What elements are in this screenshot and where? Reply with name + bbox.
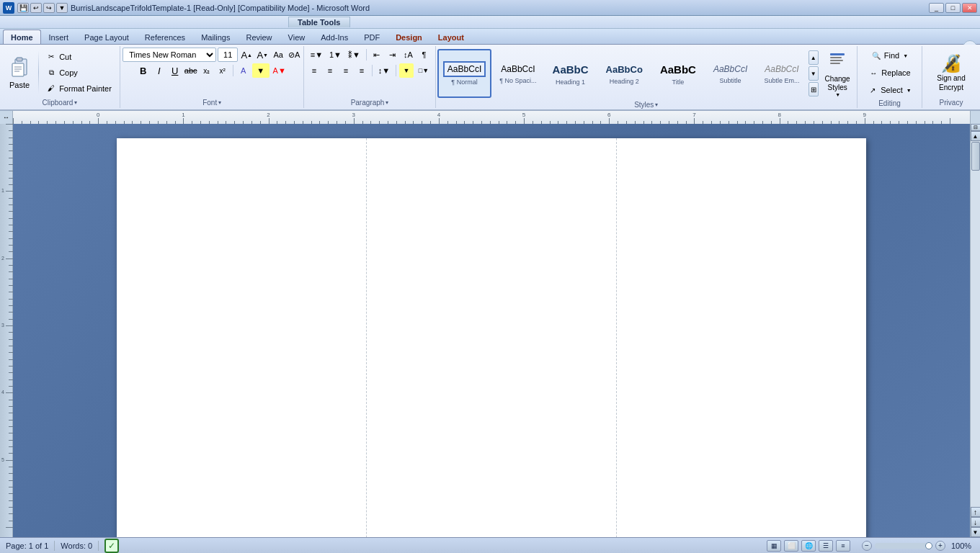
line-spacing-button[interactable]: ↕▼: [375, 63, 393, 78]
tab-layout[interactable]: Layout: [430, 30, 472, 44]
font-name-select[interactable]: Times New Roman: [122, 48, 216, 62]
page-column-1[interactable]: www.heritagechristianc...: [117, 138, 367, 537]
tab-page-layout[interactable]: Page Layout: [76, 30, 137, 44]
format-painter-button[interactable]: 🖌 Format Painter: [43, 81, 115, 96]
paragraph-expand-arrow[interactable]: ▾: [386, 99, 388, 106]
paste-button[interactable]: Paste: [3, 48, 36, 97]
draft-button[interactable]: ≡: [836, 540, 850, 552]
style-nospace-item[interactable]: AaBbCcI ¶ No Spaci...: [493, 49, 543, 98]
tab-mailings[interactable]: Mailings: [193, 30, 238, 44]
web-layout-button[interactable]: 🌐: [801, 540, 816, 552]
table-tools-bar: Table Tools: [0, 16, 980, 29]
tab-pdf[interactable]: PDF: [356, 30, 388, 44]
numbering-button[interactable]: 1▼: [327, 48, 344, 62]
sort-button[interactable]: ↕A: [401, 48, 416, 62]
full-screen-button[interactable]: ⬜: [784, 540, 798, 552]
shading-button[interactable]: ▼: [399, 63, 414, 78]
multilevel-button[interactable]: ⁑▼: [346, 48, 363, 62]
ruler-tick: [81, 121, 82, 124]
align-left-button[interactable]: ≡: [307, 63, 321, 78]
zoom-thumb[interactable]: [925, 542, 932, 549]
undo-quick-btn[interactable]: ↩: [30, 3, 42, 13]
find-button[interactable]: 🔍 Find ▼: [866, 48, 913, 63]
gallery-up-arrow[interactable]: ▲: [808, 50, 819, 65]
proofing-button[interactable]: ✓: [104, 539, 119, 553]
decrease-font-button[interactable]: A▼: [255, 48, 270, 62]
redo-quick-btn[interactable]: ↪: [43, 3, 55, 13]
save-quick-btn[interactable]: 💾: [17, 3, 29, 13]
show-formatting-button[interactable]: ¶: [417, 48, 432, 62]
sign-encrypt-button[interactable]: 🔏 Sign andEncrypt: [930, 48, 971, 97]
bold-button[interactable]: B: [136, 63, 151, 78]
font-label: Font ▾: [123, 97, 301, 107]
zoom-in-button[interactable]: +: [935, 541, 945, 551]
style-heading2-item[interactable]: AaBbCo Heading 2: [598, 49, 651, 98]
subscript-button[interactable]: x₂: [200, 63, 214, 78]
scrollbar-split-button[interactable]: ⊟: [971, 124, 981, 131]
style-subtle-item[interactable]: AaBbCcI Subtle Em...: [757, 49, 806, 98]
ruler-tick: [9, 400, 13, 400]
align-right-button[interactable]: ≡: [339, 63, 353, 78]
ruler-tick: [9, 332, 13, 333]
ruler-tick: [916, 121, 917, 124]
change-styles-button[interactable]: ChangeStyles ▼: [820, 48, 855, 99]
font-expand-arrow[interactable]: ▾: [218, 99, 221, 106]
scroll-prev-page-button[interactable]: ↑: [971, 507, 981, 517]
tab-references[interactable]: References: [137, 30, 193, 44]
maximize-button[interactable]: □: [945, 3, 961, 13]
justify-button[interactable]: ≡: [355, 63, 369, 78]
align-center-button[interactable]: ≡: [323, 63, 337, 78]
replace-button[interactable]: ↔ Replace: [863, 65, 915, 81]
gallery-down-arrow[interactable]: ▼: [808, 66, 819, 81]
underline-button[interactable]: U: [168, 63, 182, 78]
copy-button[interactable]: ⧉ Copy: [43, 66, 115, 80]
tab-insert[interactable]: Insert: [41, 30, 77, 44]
ruler-tick: [515, 121, 516, 124]
superscript-button[interactable]: x²: [215, 63, 230, 78]
font-color-button[interactable]: A▼: [271, 63, 288, 78]
style-heading1-item[interactable]: AaBbC Heading 1: [545, 49, 597, 98]
increase-font-button[interactable]: A▲: [239, 48, 254, 62]
cut-button[interactable]: ✂ Cut: [43, 50, 115, 64]
strikethrough-button[interactable]: abc: [184, 63, 198, 78]
ruler-corner[interactable]: ↔: [0, 111, 13, 124]
scroll-next-page-button[interactable]: ↓: [971, 517, 981, 527]
change-case-button[interactable]: Aa: [271, 48, 285, 62]
close-button[interactable]: ✕: [962, 3, 977, 13]
clipboard-expand-arrow[interactable]: ▾: [74, 99, 77, 106]
tab-home[interactable]: Home: [3, 30, 41, 44]
borders-button[interactable]: □▼: [415, 63, 432, 78]
scroll-down-button[interactable]: ▼: [971, 527, 981, 537]
decrease-indent-button[interactable]: ⇤: [370, 48, 384, 62]
outline-button[interactable]: ☰: [819, 540, 833, 552]
customize-quick-btn[interactable]: ▼: [56, 3, 68, 13]
tab-design[interactable]: Design: [388, 30, 430, 44]
select-button[interactable]: ↗ Select ▼: [863, 82, 917, 98]
tab-review[interactable]: Review: [238, 30, 280, 44]
print-layout-button[interactable]: ▦: [767, 540, 781, 552]
ruler-tick: [464, 121, 465, 124]
ruler-tick: [9, 379, 13, 380]
text-effects-button[interactable]: A: [236, 63, 251, 78]
scrollbar-thumb[interactable]: [971, 142, 980, 171]
font-size-input[interactable]: [218, 48, 238, 62]
gallery-more-arrow[interactable]: ⊞: [808, 82, 819, 96]
clear-formatting-button[interactable]: ⊘A: [287, 48, 301, 62]
italic-button[interactable]: I: [152, 63, 166, 78]
style-subtitle-item[interactable]: AaBbCcI Subtitle: [705, 49, 755, 98]
tab-view[interactable]: View: [280, 30, 313, 44]
zoom-slider[interactable]: [875, 543, 932, 549]
style-normal-item[interactable]: AaBbCcI ¶ Normal: [437, 49, 491, 98]
style-title-item[interactable]: AaBbC Title: [652, 49, 704, 98]
highlight-button[interactable]: ▼: [252, 63, 270, 78]
styles-expand-arrow[interactable]: ▾: [655, 102, 658, 108]
scroll-up-button[interactable]: ▲: [971, 131, 981, 141]
zoom-out-button[interactable]: −: [862, 541, 872, 551]
cut-icon: ✂: [46, 52, 56, 62]
tab-add-ins[interactable]: Add-Ins: [313, 30, 356, 44]
increase-indent-button[interactable]: ⇥: [386, 48, 400, 62]
minimize-button[interactable]: _: [929, 3, 944, 13]
page-column-3[interactable]: [617, 138, 866, 537]
bullets-button[interactable]: ≡▼: [308, 48, 326, 62]
page-column-2[interactable]: [367, 138, 617, 537]
